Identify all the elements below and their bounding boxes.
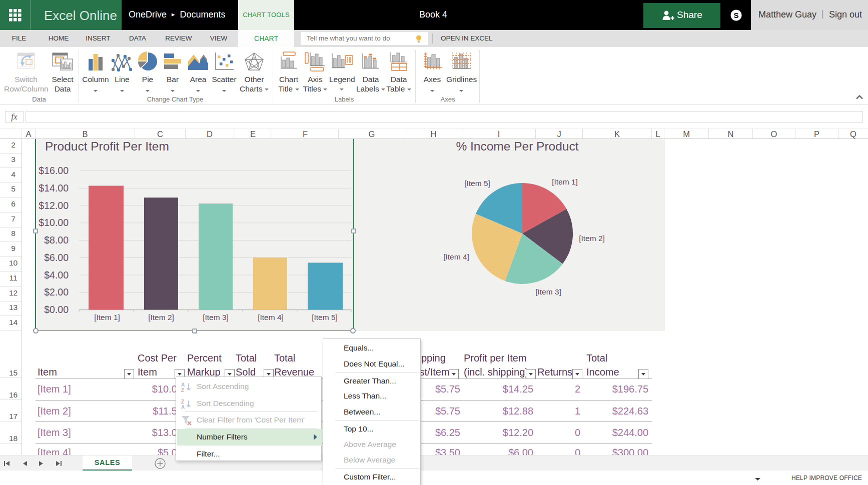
svg-text:A: A [181, 382, 185, 388]
svg-text:[Item 3]: [Item 3] [203, 313, 229, 322]
svg-text:[Item 1]: [Item 1] [94, 313, 120, 322]
svg-text:% Income Per Product: % Income Per Product [456, 140, 578, 153]
svg-text:$2.00: $2.00 [44, 286, 69, 298]
svg-text:[Item 4]: [Item 4] [258, 313, 284, 322]
svg-text:[Item 3]: [Item 3] [535, 288, 561, 296]
svg-text:$10.00: $10.00 [39, 217, 69, 228]
svg-text:[Item 2]: [Item 2] [579, 234, 605, 242]
svg-text:[Item 5]: [Item 5] [464, 179, 490, 188]
svg-text:Product Profit Per Item: Product Profit Per Item [45, 140, 169, 153]
svg-text:[Item 1]: [Item 1] [552, 178, 578, 186]
svg-text:[Item 2]: [Item 2] [148, 313, 174, 322]
svg-text:[Item 4]: [Item 4] [443, 252, 469, 261]
svg-text:[Item 5]: [Item 5] [312, 313, 338, 322]
svg-text:$12.00: $12.00 [39, 200, 69, 211]
svg-text:$0.00: $0.00 [44, 304, 69, 315]
svg-text:$16.00: $16.00 [39, 165, 69, 176]
svg-text:A: A [181, 404, 185, 410]
svg-text:S: S [733, 11, 738, 20]
svg-text:$14.00: $14.00 [39, 182, 69, 194]
svg-text:Z: Z [181, 399, 184, 404]
svg-text:$6.00: $6.00 [44, 252, 69, 263]
svg-text:$4.00: $4.00 [44, 270, 69, 280]
svg-text:Z: Z [181, 388, 184, 393]
svg-text:$8.00: $8.00 [44, 234, 69, 246]
